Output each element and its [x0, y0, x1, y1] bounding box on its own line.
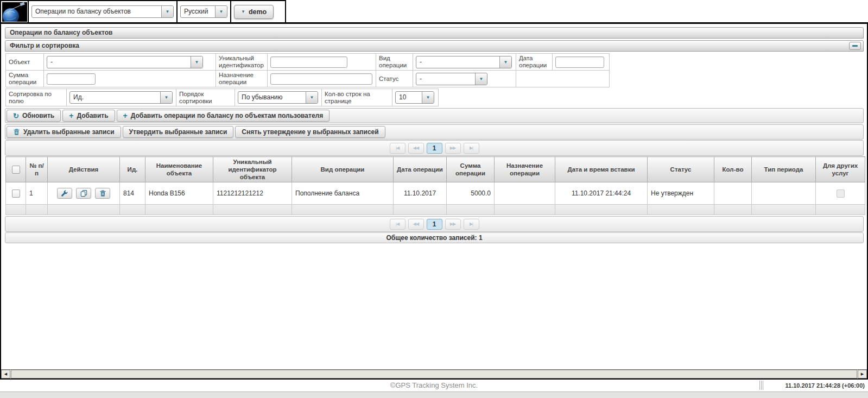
select-all-checkbox[interactable]: [12, 166, 20, 174]
rows-per-page-select[interactable]: 10 ▼: [395, 91, 434, 104]
col-header-actions[interactable]: Действия: [48, 157, 120, 182]
table-row: 1: [6, 182, 865, 205]
scrollbar-thumb[interactable]: [11, 370, 857, 378]
add-by-user-objects-button[interactable]: + Добавить операции по балансу по объект…: [117, 110, 330, 122]
trash-icon: [99, 189, 106, 197]
operation-purpose-input[interactable]: [270, 73, 372, 85]
horizontal-scrollbar[interactable]: ◀ ▶: [1, 369, 867, 378]
refresh-button[interactable]: ↻ Обновить: [7, 110, 61, 122]
delete-selected-button[interactable]: Удалить выбранные записи: [7, 126, 121, 138]
module-section: Операции по балансу объектов ▼: [29, 1, 178, 22]
language-section: Русский ▼: [178, 1, 231, 22]
current-page-button[interactable]: 1: [427, 143, 442, 154]
approve-selected-button[interactable]: Утвердить выбранные записи: [123, 126, 234, 138]
chevron-down-icon[interactable]: ▼: [306, 92, 318, 103]
object-select-value: -: [47, 56, 191, 68]
language-select[interactable]: Русский ▼: [180, 5, 227, 18]
app-logo: [1, 1, 29, 22]
last-page-button[interactable]: ▶|: [464, 143, 479, 154]
scroll-right-button[interactable]: ▶: [858, 370, 867, 378]
user-menu-label: demo: [249, 8, 267, 16]
cell-num: 1: [26, 182, 48, 205]
chevron-down-icon[interactable]: ▼: [160, 92, 172, 103]
footer-divider: [759, 381, 763, 390]
col-header-period-type[interactable]: Тип периода: [752, 157, 816, 182]
refresh-icon: ↻: [13, 112, 19, 120]
sorting-table: Сортировка по полю Ид. ▼ Порядок сортиро…: [5, 89, 439, 106]
chevron-down-icon[interactable]: ▼: [161, 6, 173, 17]
cell-insert-datetime: 11.10.2017 21:44:24: [555, 182, 648, 205]
copy-button[interactable]: [76, 188, 91, 199]
unique-id-input[interactable]: [270, 56, 347, 68]
module-select-value: Операции по балансу объектов: [32, 6, 161, 17]
last-page-button[interactable]: ▶|: [464, 219, 479, 230]
filter-panel-title: Фильтр и сортировка: [10, 42, 79, 49]
unapprove-selected-label: Снять утверждение у выбранных записей: [242, 128, 378, 136]
operation-type-select[interactable]: - ▼: [416, 56, 512, 68]
col-header-purpose[interactable]: Назначение операции: [495, 157, 555, 182]
cell-unique-id: 1121212121212: [213, 182, 292, 205]
row-checkbox[interactable]: [12, 189, 20, 198]
sort-order-select-value: По убыванию: [238, 92, 306, 103]
collapse-button[interactable]: [849, 42, 861, 50]
cell-operation-date: 11.10.2017: [394, 182, 447, 205]
sort-field-select[interactable]: Ид. ▼: [69, 91, 173, 104]
col-header-object-name[interactable]: Наименование объекта: [145, 157, 213, 182]
col-header-other-services[interactable]: Для других услуг: [816, 157, 865, 182]
current-page-button[interactable]: 1: [427, 219, 442, 230]
total-records-bar: Общее количество записей: 1: [5, 232, 864, 243]
col-header-id[interactable]: Ид.: [120, 157, 145, 182]
bottom-strip: [0, 391, 868, 398]
add-button[interactable]: + Добавить: [62, 110, 115, 122]
chevron-down-icon[interactable]: ▼: [499, 56, 511, 68]
prev-page-button[interactable]: ◀◀: [408, 219, 424, 230]
unapprove-selected-button[interactable]: Снять утверждение у выбранных записей: [235, 126, 385, 138]
next-page-button[interactable]: ▶▶: [445, 219, 461, 230]
col-header-quantity[interactable]: Кол-во: [714, 157, 752, 182]
operation-type-select-value: -: [416, 56, 499, 68]
operation-date-label: Дата операции: [516, 54, 553, 71]
delete-button[interactable]: [95, 188, 110, 199]
status-label: Статус: [376, 71, 413, 87]
chevron-down-icon[interactable]: ▼: [422, 92, 434, 103]
main-panel: Операции по балансу объектов Фильтр и со…: [0, 22, 868, 380]
operation-date-input[interactable]: [555, 56, 604, 68]
trash-icon: [13, 128, 20, 136]
col-header-operation-type[interactable]: Вид операции: [292, 157, 394, 182]
table-filler-row: [6, 205, 865, 215]
add-by-user-objects-label: Добавить операции по балансу по объектам…: [131, 112, 323, 119]
edit-button[interactable]: [57, 188, 72, 199]
cell-operation-sum: 5000.0: [447, 182, 495, 205]
chevron-down-icon[interactable]: ▼: [215, 6, 227, 17]
object-select[interactable]: - ▼: [47, 56, 203, 68]
filter-table: Объект - ▼ Уникальный идентификатор Вид …: [5, 53, 610, 87]
cell-purpose: [495, 182, 555, 205]
col-header-operation-sum[interactable]: Сумма операции: [447, 157, 495, 182]
chevron-down-icon[interactable]: ▼: [191, 56, 202, 68]
cell-id: 814: [120, 182, 145, 205]
rows-per-page-select-value: 10: [396, 92, 422, 103]
col-header-operation-date[interactable]: Дата операции: [394, 157, 447, 182]
table-header-row: № п/п Действия Ид. Наименование объекта …: [6, 157, 865, 182]
col-header-insert-datetime[interactable]: Дата и время вставки: [555, 157, 648, 182]
next-page-button[interactable]: ▶▶: [445, 143, 461, 154]
col-header-select: [6, 157, 26, 182]
col-header-num[interactable]: № п/п: [26, 157, 48, 182]
total-records-text: Общее количество записей: 1: [386, 234, 482, 242]
sort-order-select[interactable]: По убыванию ▼: [238, 91, 318, 104]
status-select[interactable]: - ▼: [416, 73, 487, 85]
col-header-status[interactable]: Статус: [648, 157, 714, 182]
col-header-unique-id[interactable]: Уникальный идентификатор объекта: [213, 157, 292, 182]
copy-icon: [80, 189, 87, 197]
first-page-button[interactable]: |◀: [390, 143, 406, 154]
language-select-value: Русский: [181, 6, 215, 17]
chevron-down-icon[interactable]: ▼: [475, 73, 487, 85]
scroll-left-button[interactable]: ◀: [1, 370, 10, 378]
module-select[interactable]: Операции по балансу объектов ▼: [31, 5, 174, 18]
operation-purpose-label: Назначение операции: [216, 71, 268, 87]
user-menu-button[interactable]: ▼ demo: [234, 5, 274, 19]
prev-page-button[interactable]: ◀◀: [408, 143, 424, 154]
user-section: ▼ demo: [231, 1, 286, 22]
operation-sum-input[interactable]: [47, 73, 96, 85]
first-page-button[interactable]: |◀: [390, 219, 406, 230]
